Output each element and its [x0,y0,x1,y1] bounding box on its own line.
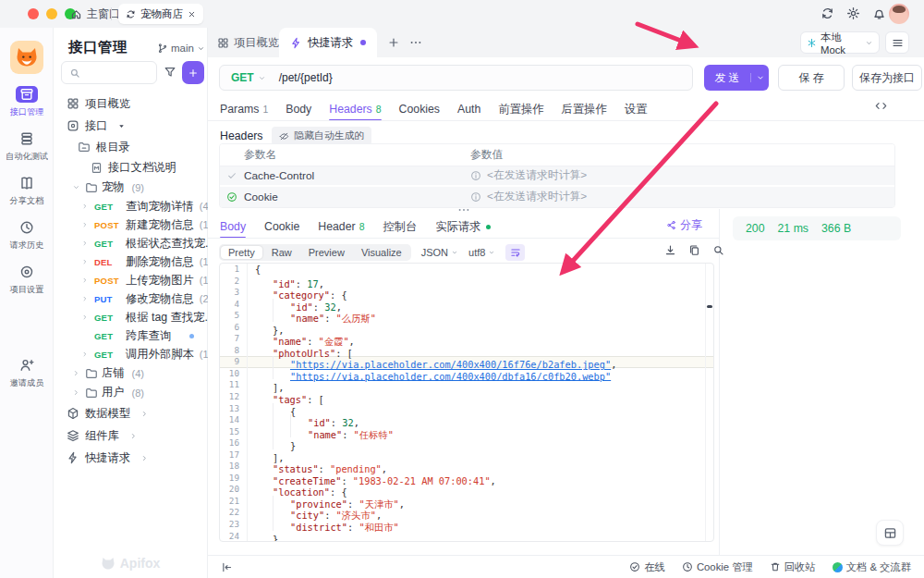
send-options-chevron-icon[interactable] [750,73,769,82]
view-mode-Pretty[interactable]: Pretty [221,246,262,259]
search-icon[interactable] [712,244,724,256]
check-icon[interactable] [226,170,237,181]
rail-item-settings[interactable]: 项目设置 [1,264,53,296]
save-as-api-button[interactable]: 保存为接口 [852,65,922,91]
tab-project-overview[interactable]: 项目概览 [217,35,279,51]
check-icon[interactable] [226,191,237,203]
save-button[interactable]: 保存 [778,65,845,91]
scrollbar-thumb[interactable] [707,305,712,308]
url-bar[interactable]: GET /pet/{petId} [219,65,693,91]
code-line: 12"tags": [ [220,391,713,403]
recycle-bin-button[interactable]: 回收站 [770,560,816,574]
environment-selector[interactable]: 本地 Mock [800,31,880,54]
filter-funnel-icon[interactable] [164,66,176,79]
cookie-manager-button[interactable]: Cookie 管理 [682,560,753,574]
sync-icon [126,9,136,19]
response-body-editor[interactable]: 1{2"id": 17,3"category": {4"id": 32,5"na… [219,263,714,542]
more-tabs-icon[interactable] [409,36,422,49]
send-button[interactable]: 发送 [704,65,769,91]
format-select[interactable]: JSON [421,247,458,258]
word-wrap-button[interactable] [505,244,525,261]
tree-section-数据模型[interactable]: 数据模型 [54,402,207,424]
panel-resize-handle[interactable] [208,203,719,216]
share-button[interactable]: 分享 [666,217,702,233]
tree-request-item[interactable]: PUT修改宠物信息(2) [54,289,207,308]
url-input[interactable]: /pet/{petId} [279,71,333,84]
method-badge: POST [94,220,124,230]
send-label: 发送 [704,70,750,86]
view-mode-Visualize[interactable]: Visualize [354,246,409,259]
copy-icon[interactable] [688,244,700,256]
user-avatar[interactable] [889,4,909,24]
new-tab-plus-icon[interactable] [387,36,400,49]
layout-switch-button[interactable] [876,520,904,546]
branch-selector[interactable]: main [157,43,205,54]
tree-request-item[interactable]: GET根据状态查找宠...(2) [54,234,207,252]
hide-auto-generated-button[interactable]: 隐藏自动生成的 [272,127,371,145]
close-tab-icon[interactable] [188,10,196,18]
tree-doc-item[interactable]: 接口文档说明 [54,157,207,178]
settings-gear-icon[interactable] [846,6,860,20]
response-tab-Header[interactable]: Header8 [318,215,364,238]
response-tab-Cookie[interactable]: Cookie [264,215,299,238]
sync-icon[interactable] [821,6,834,20]
request-tab-Headers[interactable]: Headers8 [329,98,381,120]
tree-section-项目概览[interactable]: 项目概览 [54,92,207,115]
tree-request-item[interactable]: POST新建宠物信息(1) [54,215,207,234]
rail-item-test[interactable]: 自动化测试 [1,130,53,163]
rail-item-api[interactable]: 接口管理 [1,86,53,118]
add-button[interactable] [182,61,204,84]
rail-item-invite[interactable]: 邀请成员 [1,357,53,389]
request-tab-后置操作[interactable]: 后置操作 [562,98,607,120]
method-select[interactable]: GET [220,71,258,84]
response-tab-实际请求[interactable]: 实际请求 [435,215,490,238]
request-tab-Cookies[interactable]: Cookies [399,98,440,120]
minimize-window-button[interactable] [46,8,57,19]
encoding-select[interactable]: utf8 [468,247,495,258]
docs-community-button[interactable]: 文档 & 交流群 [833,560,911,574]
header-row-Cache-Control[interactable]: Cache-Control<在发送请求时计算> [220,166,894,187]
download-icon[interactable] [664,244,676,256]
window-controls[interactable] [28,8,76,19]
tab-quick-request[interactable]: 快捷请求 [279,28,377,57]
view-mode-Raw[interactable]: Raw [264,246,299,259]
request-tab-Body[interactable]: Body [286,98,311,120]
close-window-button[interactable] [28,8,39,19]
tree-section-快捷请求[interactable]: 快捷请求 [54,447,207,469]
line-number: 3 [220,287,248,299]
tree-folder-宠物[interactable]: 宠物(9) [54,178,207,197]
home-window-tab[interactable]: 主窗口 [70,6,120,22]
response-tab-控制台[interactable]: 控制台 [383,215,418,238]
request-tab-前置操作[interactable]: 前置操作 [498,98,543,120]
menu-button[interactable] [885,31,909,54]
tree-folder-用户[interactable]: 用户(8) [54,383,207,402]
method-badge: PUT [94,294,124,304]
request-tab-Params[interactable]: Params1 [220,98,268,120]
notifications-bell-icon[interactable] [872,6,886,20]
tree-request-item[interactable]: GET跨库查询 [54,326,207,345]
view-mode-Preview[interactable]: Preview [301,246,352,259]
request-tab-设置[interactable]: 设置 [625,98,648,120]
search-input[interactable] [61,61,157,84]
clock-icon [19,220,34,235]
online-status[interactable]: 在线 [629,560,665,574]
response-tab-Body[interactable]: Body [220,215,246,238]
project-window-tab[interactable]: 宠物商店 [118,4,203,24]
tree-request-item[interactable]: POST上传宠物图片(1) [54,271,207,289]
apifox-watermark: Apifox [54,556,207,571]
tree-folder-店铺[interactable]: 店铺(4) [54,363,207,383]
tree-root-folder[interactable]: 根目录 [54,137,207,157]
tree-request-item[interactable]: DEL删除宠物信息(1) [54,252,207,271]
tree-section-接口[interactable]: 接口 [54,115,207,137]
collapse-sidebar-icon[interactable] [221,561,233,573]
code-view-icon[interactable] [875,100,887,112]
tree-request-item[interactable]: GET调用外部脚本(1) [54,345,207,363]
rail-item-history[interactable]: 请求历史 [1,219,53,252]
tree-request-item[interactable]: GET查询宠物详情(4) [54,197,207,215]
tree-request-item[interactable]: GET根据 tag 查找宠...(1) [54,308,207,326]
rail-item-share[interactable]: 分享文档 [1,175,53,207]
tree-section-组件库[interactable]: 组件库 [54,424,207,447]
apifox-logo[interactable] [10,41,43,74]
request-tab-Auth[interactable]: Auth [457,98,480,120]
method-badge: POST [94,276,124,286]
